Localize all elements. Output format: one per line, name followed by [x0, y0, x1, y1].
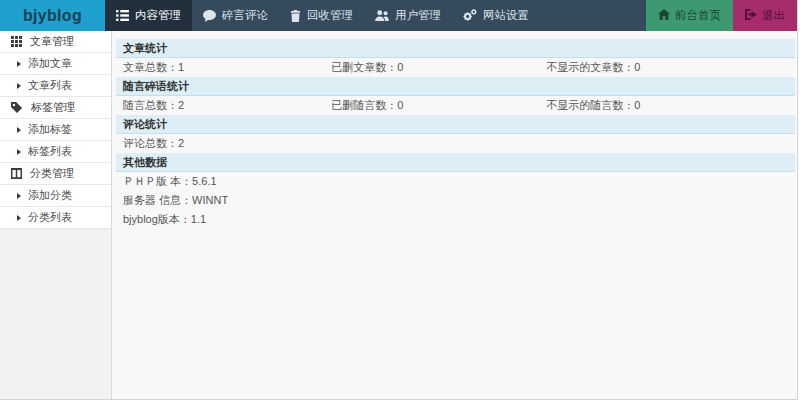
nav-item-label: 网站设置	[483, 8, 529, 23]
mood-stats-section: 随言碎语统计 随言总数：2 已删随言数：0 不显示的随言数：0	[116, 77, 795, 115]
list-icon	[116, 10, 129, 21]
sidebar-item-article-list[interactable]: 文章列表	[0, 75, 111, 97]
nav-item-comments[interactable]: 碎言评论	[192, 0, 279, 31]
columns-icon	[11, 168, 22, 179]
section-title: 文章统计	[116, 39, 795, 58]
stat-text: 已删随言数：0	[331, 96, 546, 115]
sidebar-item-add-tag[interactable]: 添加标签	[0, 119, 111, 141]
stat-row: 评论总数：2	[116, 134, 795, 153]
stat-text: 已删文章数：0	[331, 58, 546, 77]
stat-text: bjyblog版本：1.1	[123, 210, 795, 229]
sidebar-item-label: 分类管理	[30, 166, 74, 181]
caret-right-icon	[17, 83, 21, 89]
stat-text: ＰＨＰ版 本：5.6.1	[123, 172, 795, 191]
navbar-spacer	[540, 0, 646, 31]
sidebar-item-label: 添加文章	[28, 56, 72, 71]
stat-row: bjyblog版本：1.1	[116, 210, 795, 229]
stat-row: 随言总数：2 已删随言数：0 不显示的随言数：0	[116, 96, 795, 115]
sidebar-item-label: 标签列表	[28, 144, 72, 159]
home-icon	[658, 9, 670, 22]
stat-row: 服务器 信息：WINNT	[116, 191, 795, 210]
sidebar-item-article-management[interactable]: 文章管理	[0, 31, 111, 53]
front-page-button-label: 前台首页	[675, 8, 721, 23]
comment-stats-section: 评论统计 评论总数：2	[116, 115, 795, 153]
nav-item-label: 内容管理	[135, 8, 181, 23]
caret-right-icon	[17, 193, 21, 199]
logout-button-label: 退出	[762, 8, 785, 23]
other-data-section: 其他数据 ＰＨＰ版 本：5.6.1 服务器 信息：WINNT bjyblog版本…	[116, 153, 795, 229]
sidebar-item-label: 文章列表	[28, 78, 72, 93]
sidebar-item-tag-management[interactable]: 标签管理	[0, 97, 111, 119]
stat-text: 文章总数：1	[123, 58, 331, 77]
front-page-button[interactable]: 前台首页	[646, 0, 733, 31]
top-navbar: bjyblog 内容管理 碎言评论 回收管理 用户管理	[0, 0, 797, 31]
admin-page: bjyblog 内容管理 碎言评论 回收管理 用户管理	[0, 0, 798, 400]
page-body: 文章管理 添加文章 文章列表 标签管理 添加标签	[0, 31, 797, 400]
sidebar-item-label: 分类列表	[28, 210, 72, 225]
nav-item-content-management[interactable]: 内容管理	[105, 0, 192, 31]
sidebar-item-category-management[interactable]: 分类管理	[0, 163, 111, 185]
stat-text: 评论总数：2	[123, 134, 795, 153]
users-icon	[375, 10, 389, 21]
tags-icon	[11, 102, 23, 114]
sidebar-item-add-category[interactable]: 添加分类	[0, 185, 111, 207]
sidebar-item-tag-list[interactable]: 标签列表	[0, 141, 111, 163]
main-content: 文章统计 文章总数：1 已删文章数：0 不显示的文章数：0 随言碎语统计 随言总…	[112, 31, 797, 400]
caret-right-icon	[17, 149, 21, 155]
caret-right-icon	[17, 215, 21, 221]
stat-text: 随言总数：2	[123, 96, 331, 115]
sidebar-item-label: 标签管理	[31, 100, 75, 115]
sidebar-item-label: 添加标签	[28, 122, 72, 137]
stat-row: ＰＨＰ版 本：5.6.1	[116, 172, 795, 191]
th-grid-icon	[11, 36, 22, 47]
section-title: 评论统计	[116, 115, 795, 134]
nav-item-label: 碎言评论	[222, 8, 268, 23]
caret-right-icon	[17, 61, 21, 67]
comment-icon	[203, 10, 216, 22]
section-title: 其他数据	[116, 153, 795, 172]
stat-text: 不显示的文章数：0	[546, 58, 795, 77]
nav-item-label: 用户管理	[395, 8, 441, 23]
stat-text: 不显示的随言数：0	[546, 96, 795, 115]
trash-icon	[290, 10, 301, 22]
sidebar-item-add-article[interactable]: 添加文章	[0, 53, 111, 75]
stat-row: 文章总数：1 已删文章数：0 不显示的文章数：0	[116, 58, 795, 77]
article-stats-section: 文章统计 文章总数：1 已删文章数：0 不显示的文章数：0	[116, 39, 795, 77]
stat-text: 服务器 信息：WINNT	[123, 191, 795, 210]
sidebar-item-label: 添加分类	[28, 188, 72, 203]
sidebar: 文章管理 添加文章 文章列表 标签管理 添加标签	[0, 31, 112, 400]
nav-item-label: 回收管理	[307, 8, 353, 23]
nav-item-site-settings[interactable]: 网站设置	[452, 0, 540, 31]
sign-out-icon	[745, 9, 757, 22]
nav-item-user-management[interactable]: 用户管理	[364, 0, 452, 31]
section-title: 随言碎语统计	[116, 77, 795, 96]
nav-item-recycle-management[interactable]: 回收管理	[279, 0, 364, 31]
logout-button[interactable]: 退出	[733, 0, 797, 31]
brand-logo[interactable]: bjyblog	[0, 0, 105, 31]
sidebar-item-category-list[interactable]: 分类列表	[0, 207, 111, 229]
caret-right-icon	[17, 127, 21, 133]
sidebar-item-label: 文章管理	[30, 34, 74, 49]
gears-icon	[463, 9, 477, 22]
